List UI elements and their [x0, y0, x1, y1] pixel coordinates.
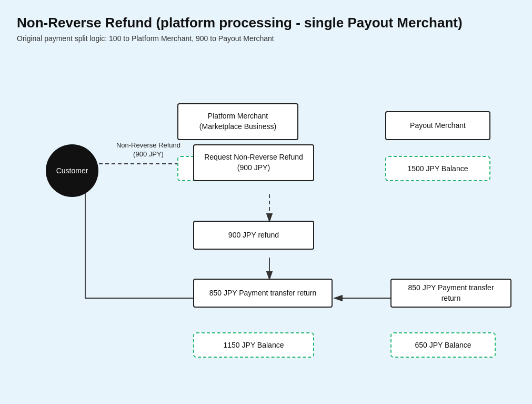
- platform-merchant-label: Platform Merchant(Marketplace Business): [199, 111, 276, 132]
- payout-balance-after-box: 650 JPY Balance: [390, 332, 496, 358]
- page-subtitle: Original payment split logic: 100 to Pla…: [17, 34, 515, 43]
- refund-amount-label: 900 JPY refund: [228, 230, 279, 241]
- platform-balance-after-label: 1150 JPY Balance: [224, 341, 284, 349]
- payout-merchant-label: Payout Merchant: [410, 121, 466, 131]
- diagram: Platform Merchant(Marketplace Business) …: [17, 58, 522, 385]
- request-refund-box: Request Non-Reverse Refund(900 JPY): [193, 144, 314, 181]
- payout-balance-after-label: 650 JPY Balance: [415, 341, 471, 349]
- request-refund-label: Request Non-Reverse Refund(900 JPY): [204, 152, 303, 173]
- customer-circle: Customer: [46, 144, 98, 197]
- platform-balance-after-box: 1150 JPY Balance: [193, 332, 314, 358]
- page: Non-Reverse Refund (platform processing …: [0, 0, 532, 404]
- refund-amount-box: 900 JPY refund: [193, 221, 314, 250]
- payout-transfer-return-label: 850 JPY Payment transfer return: [398, 283, 504, 303]
- payout-balance-before-label: 1500 JPY Balance: [408, 164, 468, 173]
- platform-transfer-return-box: 850 JPY Payment transfer return: [193, 279, 333, 308]
- arrow-label-refund: Non-Reverse Refund(900 JPY): [109, 141, 188, 159]
- page-title: Non-Reverse Refund (platform processing …: [17, 15, 515, 31]
- payout-transfer-return-box: 850 JPY Payment transfer return: [390, 279, 511, 308]
- customer-label: Customer: [56, 166, 88, 175]
- platform-merchant-box: Platform Merchant(Marketplace Business): [177, 103, 298, 140]
- payout-balance-before-box: 1500 JPY Balance: [385, 156, 490, 181]
- payout-merchant-box: Payout Merchant: [385, 111, 490, 140]
- platform-transfer-return-label: 850 JPY Payment transfer return: [209, 288, 317, 299]
